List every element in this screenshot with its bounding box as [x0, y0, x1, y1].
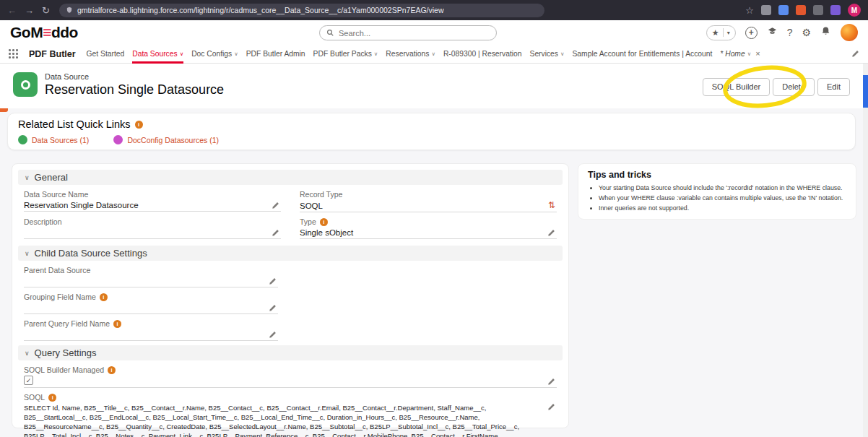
app-launcher-icon[interactable]	[9, 49, 18, 59]
chevron-down-icon: ∨	[25, 250, 30, 257]
field-parent-query-field-name: Parent Query Field Namei	[24, 319, 278, 341]
chevron-down-icon: ∨	[747, 51, 752, 57]
field-record-type: Record Type SOQL ⇅	[300, 189, 557, 212]
quick-link-docconfig-datasources[interactable]: DocConfig Datasources (1)	[113, 135, 219, 144]
setup-gear-icon[interactable]: ⚙	[802, 27, 811, 38]
logo-text: ddo	[51, 24, 78, 40]
browser-chrome: ← → ↻ gmtrialforce-ab.lightning.force.co…	[0, 0, 868, 20]
soql-builder-button[interactable]: SOQL Builder	[703, 78, 770, 96]
field-value: Single sObject	[300, 228, 547, 237]
edit-pencil-icon[interactable]	[272, 229, 279, 237]
info-icon[interactable]: i	[135, 121, 143, 129]
info-icon[interactable]: i	[100, 293, 108, 301]
docconfig-datasources-icon	[113, 135, 123, 144]
logo-accent-glyph: ≡	[43, 24, 51, 40]
edit-button[interactable]: Edit	[817, 78, 850, 96]
section-header-general[interactable]: ∨ General	[18, 170, 563, 185]
tips-and-tricks-card: Tips and tricks Your starting Data Sourc…	[578, 163, 856, 220]
soql-query-text: SELECT Id, Name, B25__Title__c, B25__Con…	[24, 403, 543, 437]
tab-home-temporary[interactable]: * Home∨×	[720, 45, 760, 64]
notifications-bell-icon[interactable]	[820, 26, 831, 40]
favorite-star-icon: ★	[712, 28, 719, 38]
close-tab-icon[interactable]: ×	[755, 49, 760, 58]
search-input[interactable]	[339, 29, 490, 38]
related-list-quick-links-card: Related List Quick Links i Data Sources …	[7, 113, 856, 150]
chevron-down-icon: ∨	[234, 51, 238, 57]
chevron-down-icon: ∨	[180, 51, 184, 57]
edit-pencil-icon[interactable]	[272, 202, 279, 209]
chevron-down-icon: ∨	[25, 350, 30, 357]
site-info-shield-icon	[66, 7, 73, 14]
scrollbar-thumb[interactable]	[863, 75, 868, 108]
edit-pencil-icon[interactable]	[269, 304, 277, 312]
tab-doc-configs[interactable]: Doc Configs∨	[191, 45, 238, 64]
field-grouping-field-name: Grouping Field Namei	[24, 292, 278, 314]
info-icon[interactable]: i	[108, 366, 116, 374]
field-parent-data-source: Parent Data Source	[24, 265, 278, 287]
refresh-icon[interactable]: ↻	[42, 6, 50, 15]
url-bar[interactable]: gmtrialforce-ab.lightning.force.com/ligh…	[59, 4, 544, 17]
tab-reservations[interactable]: Reservations∨	[386, 45, 435, 64]
extension-pencil-icon[interactable]	[761, 5, 771, 15]
user-avatar[interactable]	[841, 24, 858, 41]
edit-pencil-icon[interactable]	[547, 378, 555, 386]
quick-link-data-sources[interactable]: Data Sources (1)	[18, 135, 89, 144]
record-detail-card: ∨ General Data Source Name Reservation S…	[12, 163, 569, 428]
guidance-center-icon[interactable]	[767, 26, 778, 40]
favorites-button[interactable]: ★ ▾	[706, 25, 736, 40]
section-header-child-settings[interactable]: ∨ Child Data Source Settings	[18, 246, 563, 261]
change-record-type-icon[interactable]: ⇅	[548, 200, 555, 210]
edit-navigation-pencil-icon[interactable]	[851, 50, 859, 58]
extension-icon[interactable]	[796, 5, 806, 15]
field-description: Description	[24, 217, 281, 239]
global-search[interactable]	[319, 25, 497, 40]
edit-pencil-icon[interactable]	[269, 277, 277, 285]
info-icon[interactable]: i	[48, 394, 56, 402]
edit-pencil-icon[interactable]	[547, 403, 555, 411]
field-value: Reservation Single Datasource	[24, 201, 272, 209]
chevron-down-icon: ∨	[431, 51, 435, 57]
navigation-bar: PDF Butler Get Started Data Sources∨ Doc…	[0, 45, 868, 64]
forward-icon[interactable]: →	[25, 6, 34, 15]
browser-profile-avatar[interactable]: M	[848, 4, 861, 17]
back-icon[interactable]: ←	[7, 6, 17, 15]
bookmark-star-icon[interactable]: ☆	[745, 6, 754, 15]
tab-services[interactable]: Services∨	[530, 45, 565, 64]
tab-sample-account[interactable]: Sample Account for Entitlements | Accoun…	[573, 45, 713, 64]
scrollbar-track[interactable]	[863, 64, 868, 437]
chevron-down-icon: ∨	[25, 174, 30, 181]
record-header: Data Source Reservation Single Datasourc…	[0, 64, 863, 108]
info-icon[interactable]: i	[320, 218, 328, 226]
edit-pencil-icon[interactable]	[269, 331, 277, 339]
tab-data-sources[interactable]: Data Sources∨	[132, 45, 183, 64]
gomeddo-logo[interactable]: GoM≡ddo	[10, 24, 78, 41]
global-actions-icon[interactable]: +	[745, 27, 758, 39]
tab-r-089300-reservation[interactable]: R-089300 | Reservation	[443, 45, 522, 64]
tab-get-started[interactable]: Get Started	[87, 45, 125, 64]
extension-icon[interactable]	[813, 5, 823, 15]
soql-builder-managed-checkbox[interactable]: ✓	[24, 376, 33, 385]
quick-links-title: Related List Quick Links	[18, 118, 131, 130]
field-data-source-name: Data Source Name Reservation Single Data…	[24, 189, 281, 212]
edit-pencil-icon[interactable]	[547, 229, 555, 237]
tips-title: Tips and tricks	[588, 170, 846, 180]
field-type: Typei Single sObject	[300, 217, 557, 239]
extension-icon[interactable]	[830, 5, 841, 15]
help-icon[interactable]: ?	[787, 27, 793, 38]
section-header-query-settings[interactable]: ∨ Query Settings	[18, 345, 563, 360]
search-icon	[326, 29, 334, 37]
tip-item: When your WHERE clause :variable can con…	[599, 193, 846, 203]
url-text: gmtrialforce-ab.lightning.force.com/ligh…	[77, 6, 444, 14]
app-name: PDF Butler	[29, 49, 76, 59]
tab-pdf-butler-admin[interactable]: PDF Butler Admin	[246, 45, 305, 64]
chevron-down-icon: ∨	[374, 51, 378, 57]
info-icon[interactable]: i	[113, 320, 121, 328]
delete-button[interactable]: Delete	[773, 78, 815, 96]
record-title: Reservation Single Datasource	[45, 82, 224, 98]
extension-icon[interactable]	[778, 5, 789, 15]
chevron-down-icon: ∨	[560, 51, 565, 57]
field-value: SOQL	[300, 202, 548, 210]
tab-pdf-butler-packs[interactable]: PDF Butler Packs∨	[313, 45, 378, 64]
data-source-record-icon	[13, 72, 38, 97]
logo-text: GoM	[10, 24, 43, 40]
